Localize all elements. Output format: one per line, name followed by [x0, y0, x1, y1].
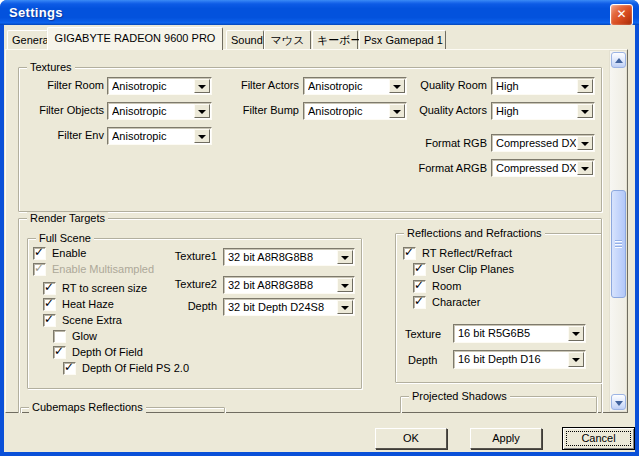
format-rgb-label: Format RGB: [395, 135, 487, 152]
group-projected-shadows: Projected Shadows: [400, 396, 597, 413]
selected-value: 16 bit R5G6B5: [458, 327, 567, 341]
reflections-texture-label: Texture: [405, 326, 449, 343]
enable-checkbox-label[interactable]: Enable: [52, 247, 86, 260]
quality-actors-select[interactable]: High: [491, 102, 595, 120]
room-checkbox[interactable]: ✓: [413, 280, 426, 293]
tab-label: マウス: [271, 34, 305, 46]
reflections-depth-select[interactable]: 16 bit Depth D16: [453, 350, 586, 369]
tab-sound[interactable]: Sound: [226, 30, 264, 50]
vertical-scrollbar[interactable]: [609, 50, 627, 412]
enable-checkbox[interactable]: ✓: [33, 247, 46, 260]
room-checkbox-label[interactable]: Room: [432, 280, 461, 293]
selected-value: 16 bit Depth D16: [458, 353, 567, 367]
tab-keyboard[interactable]: キーボード: [312, 30, 358, 50]
group-legend: Render Targets: [27, 212, 108, 225]
group-legend: Reflections and Refractions: [404, 227, 545, 240]
quality-actors-label: Quality Actors: [395, 102, 487, 119]
dropdown-button[interactable]: [194, 79, 210, 93]
scene-extra-checkbox[interactable]: ✓: [43, 314, 56, 327]
filter-objects-select[interactable]: Anisotropic: [107, 102, 212, 120]
chevron-down-icon: [198, 110, 206, 114]
dropdown-button[interactable]: [577, 104, 593, 118]
glow-checkbox-label[interactable]: Glow: [72, 330, 97, 343]
group-legend: Projected Shadows: [409, 390, 510, 403]
heat-haze-checkbox[interactable]: ✓: [43, 298, 56, 311]
user-clip-planes-checkbox-label[interactable]: User Clip Planes: [432, 263, 514, 276]
depth-of-field-checkbox[interactable]: ✓: [53, 346, 66, 359]
user-clip-planes-checkbox[interactable]: ✓: [413, 263, 426, 276]
close-button[interactable]: ✕: [610, 4, 633, 26]
checkmark-icon: ✓: [44, 312, 54, 326]
selected-value: Compressed DXT1: [496, 137, 576, 150]
checkmark-icon: ✓: [44, 280, 54, 294]
dropdown-button[interactable]: [577, 136, 593, 150]
dropdown-button[interactable]: [568, 352, 584, 367]
rt-to-screen-size-checkbox[interactable]: ✓: [43, 282, 56, 295]
depth-of-field-checkbox-label[interactable]: Depth Of Field: [72, 346, 143, 359]
tab-label: GIGABYTE RADEON 9600 PRO: [55, 32, 216, 44]
checkmark-icon: ✓: [64, 360, 74, 374]
dropdown-button[interactable]: [577, 79, 593, 93]
dropdown-button[interactable]: [194, 104, 210, 118]
checkmark-icon: ✓: [44, 296, 54, 310]
tab-psx-gamepad-1[interactable]: Psx Gamepad 1: [359, 30, 446, 50]
texture2-select[interactable]: 32 bit A8R8G8B8: [223, 276, 355, 294]
character-checkbox[interactable]: ✓: [413, 296, 426, 309]
format-argb-select[interactable]: Compressed DXT3: [491, 159, 595, 177]
depth-of-field-ps20-checkbox-label[interactable]: Depth Of Field PS 2.0: [82, 362, 189, 375]
selected-value: 32 bit A8R8G8B8: [228, 251, 336, 264]
texture1-select[interactable]: 32 bit A8R8G8B8: [223, 248, 355, 266]
scroll-up-button[interactable]: [611, 52, 626, 68]
apply-button[interactable]: Apply: [470, 428, 542, 449]
selected-value: Anisotropic: [308, 80, 388, 93]
checkmark-icon: ✓: [414, 294, 424, 308]
reflections-texture-select[interactable]: 16 bit R5G6B5: [453, 324, 586, 343]
selected-value: Compressed DXT3: [496, 162, 576, 175]
tab-label: General: [12, 34, 51, 46]
scrollbar-thumb[interactable]: [611, 190, 626, 298]
rt-to-screen-size-checkbox-label[interactable]: RT to screen size: [62, 282, 147, 295]
dropdown-button[interactable]: [568, 326, 584, 341]
filter-objects-label: Filter Objects: [20, 102, 104, 119]
title-bar[interactable]: Settings ✕: [0, 0, 639, 25]
dropdown-button[interactable]: [194, 129, 210, 143]
button-label: OK: [403, 432, 419, 444]
filter-actors-select[interactable]: Anisotropic: [303, 77, 407, 95]
checkmark-icon: ✓: [404, 245, 414, 259]
format-rgb-select[interactable]: Compressed DXT1: [491, 134, 595, 152]
checkmark-icon: ✓: [414, 278, 424, 292]
quality-room-select[interactable]: High: [491, 77, 595, 95]
chevron-down-icon: [341, 284, 349, 288]
rt-reflect-refract-checkbox[interactable]: ✓: [403, 247, 416, 260]
dropdown-button[interactable]: [337, 300, 353, 314]
chevron-down-icon: [581, 167, 589, 171]
tab-mouse[interactable]: マウス: [264, 30, 311, 50]
tab-gigabyte-radeon-9600-pro[interactable]: GIGABYTE RADEON 9600 PRO: [47, 27, 223, 50]
character-checkbox-label[interactable]: Character: [432, 296, 480, 309]
enable-multisampled-checkbox-label: Enable Multisampled: [52, 263, 154, 276]
scene-extra-checkbox-label[interactable]: Scene Extra: [62, 314, 122, 327]
glow-checkbox[interactable]: [53, 330, 66, 343]
ok-button[interactable]: OK: [375, 428, 447, 449]
dropdown-button[interactable]: [337, 278, 353, 292]
rt-reflect-refract-checkbox-label[interactable]: RT Reflect/Refract: [422, 247, 512, 260]
filter-bump-select[interactable]: Anisotropic: [303, 102, 407, 120]
depth-of-field-ps20-checkbox[interactable]: ✓: [63, 362, 76, 375]
filter-env-select[interactable]: Anisotropic: [107, 127, 212, 145]
scroll-down-button[interactable]: [611, 394, 626, 410]
chevron-down-icon: [341, 256, 349, 260]
dropdown-button[interactable]: [577, 161, 593, 175]
chevron-down-icon: [198, 135, 206, 139]
tab-general[interactable]: General: [7, 30, 48, 50]
chevron-down-icon: [572, 358, 580, 362]
filter-bump-label: Filter Bump: [210, 102, 299, 119]
cancel-button[interactable]: Cancel: [562, 427, 635, 450]
close-icon: ✕: [616, 7, 626, 21]
dropdown-button[interactable]: [337, 250, 353, 264]
group-cubemaps-reflections: Cubemaps Reflections: [20, 407, 225, 413]
fullscene-depth-select[interactable]: 32 bit Depth D24S8: [223, 298, 355, 316]
filter-room-select[interactable]: Anisotropic: [107, 77, 212, 95]
chevron-down-icon: [581, 110, 589, 114]
heat-haze-checkbox-label[interactable]: Heat Haze: [62, 298, 114, 311]
texture1-label: Texture1: [150, 248, 217, 265]
